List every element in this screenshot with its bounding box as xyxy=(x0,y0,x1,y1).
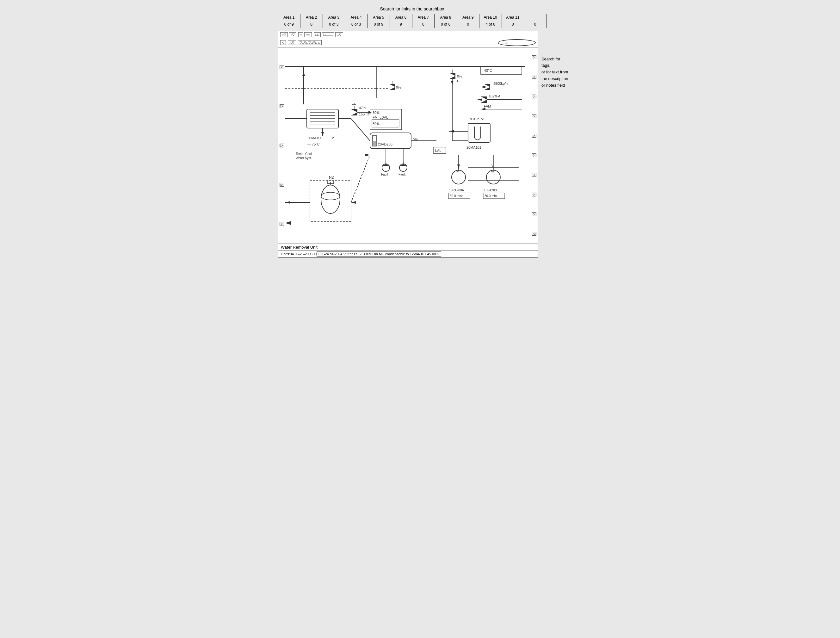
nav-right-6[interactable]: ▷ xyxy=(532,153,536,157)
nav-left-3[interactable]: ▷ xyxy=(279,144,284,147)
label-20ma101: 20MA101 xyxy=(466,145,482,149)
search-hint-top: Search for links in the searchbox xyxy=(278,6,546,11)
area-label-11[interactable] xyxy=(524,14,546,21)
label-m-pump1: M xyxy=(456,169,459,173)
area-label-0[interactable]: Area 1 xyxy=(278,14,300,21)
toolbar-row2: ◁ △▽ ▽□▽□▽□▽□ □ □▽ xyxy=(278,38,538,47)
area-value-0[interactable]: 0 of 9 xyxy=(278,21,300,28)
nav-right-5[interactable]: ▷ xyxy=(532,134,536,137)
svg-marker-51 xyxy=(481,108,485,111)
label-75c: — 75°C xyxy=(308,142,320,146)
label-30mhz-2: 30.0 mhz xyxy=(485,194,497,198)
area-label-8[interactable]: Area 9 xyxy=(457,14,480,21)
svg-marker-64 xyxy=(491,164,493,169)
tb-btn-squares-1[interactable]: □□ xyxy=(314,32,321,37)
tb-up-down[interactable]: △▽ xyxy=(288,40,296,45)
svg-marker-17 xyxy=(389,87,395,90)
area-value-6[interactable]: 0 xyxy=(412,21,434,28)
area-value-7[interactable]: 0 of 6 xyxy=(434,21,457,28)
diagram-canvas: ◁ ▷ ▷ ▷ ◁ ▷ ▷ ▷ ▷ ▷ ▷ ▷ ▷ ▷ ◁ xyxy=(278,47,538,243)
title-bar: Water Removal Unit xyxy=(278,243,538,251)
area-value-4[interactable]: 0 of 9 xyxy=(368,21,390,28)
label-temp-cool-2: Water Syst. xyxy=(296,156,312,160)
search-oval-input[interactable]: □▽ xyxy=(498,39,536,46)
label-102pct: 102% xyxy=(489,94,497,98)
svg-marker-2 xyxy=(302,71,305,76)
area-label-4[interactable]: Area 5 xyxy=(368,14,390,21)
nav-right-1[interactable]: ▷ xyxy=(532,55,536,59)
tb-btn-square-down[interactable]: □▽ xyxy=(335,32,343,37)
tb-btn-squares-2[interactable]: □□□□□ xyxy=(322,32,334,37)
nav-right-7[interactable]: ▷ xyxy=(532,173,536,177)
label-pa2005: 13PA2005 xyxy=(484,188,499,192)
svg-marker-71 xyxy=(285,201,291,204)
area-value-9[interactable]: 4 of 6 xyxy=(479,21,502,28)
status-message: □ 1-24 oz-2904 ????? PS 2511091 hh MC co… xyxy=(317,251,441,256)
toolbar-row1: ○▽ ○▽ ○ ○△ □□ □□□□□ □▽ xyxy=(278,31,538,38)
tb-dropdown-main[interactable]: ▽□▽□▽□▽□ □ xyxy=(298,40,322,45)
svg-line-29 xyxy=(351,118,370,141)
label-fam: FAM xyxy=(484,104,491,108)
area-value-5[interactable]: 9 xyxy=(390,21,412,28)
svg-marker-16 xyxy=(389,84,395,87)
svg-marker-44 xyxy=(481,86,485,88)
area-value-11[interactable]: 0 xyxy=(524,21,546,28)
right-hint: Search for tags,or for text fromthe desc… xyxy=(542,31,570,89)
label-30mhz-1: 30.0 mhz xyxy=(450,194,463,198)
search-oval-placeholder: □▽ xyxy=(505,41,508,44)
tb-btn-circle-up[interactable]: ○△ xyxy=(304,32,312,37)
svg-point-67 xyxy=(321,192,340,200)
nav-right-9[interactable]: ▷ xyxy=(532,212,536,216)
status-square-icon: □ xyxy=(314,252,317,256)
tb-left-arrow[interactable]: ◁ xyxy=(280,40,286,45)
svg-marker-62 xyxy=(457,164,460,169)
svg-line-72 xyxy=(351,155,370,202)
nav-right-bottom[interactable]: ◁ xyxy=(532,232,536,236)
area-value-10[interactable]: 0 xyxy=(502,21,524,28)
svg-marker-85 xyxy=(285,221,291,225)
nav-left-5[interactable]: ◁ xyxy=(279,222,284,226)
tb-btn-circle-down-1[interactable]: ○▽ xyxy=(280,32,288,37)
area-label-9[interactable]: Area 10 xyxy=(479,14,502,21)
area-value-2[interactable]: 0 of 3 xyxy=(322,21,345,28)
area-label-2[interactable]: Area 3 xyxy=(322,14,345,21)
area-label-5[interactable]: Area 6 xyxy=(390,14,412,21)
diagram-outer: ○▽ ○▽ ○ ○△ □□ □□□□□ □▽ ◁ △▽ ▽□▽□▽□▽□ □ xyxy=(278,31,538,258)
label-9500kgh: 9500kg/h xyxy=(493,82,508,85)
area-value-8[interactable]: 0 xyxy=(457,21,480,28)
label-fm: FM xyxy=(373,115,377,119)
status-msg-text: □ 1-24 oz-2904 ????? PS 2511091 hh MC co… xyxy=(319,252,439,256)
label-valve-top-right-pct: 0% xyxy=(457,74,462,78)
label-47pct: 47% xyxy=(359,106,366,110)
toolbar-group-3: □□ □□□□□ □▽ xyxy=(314,32,343,37)
nav-left-1[interactable]: ◁ xyxy=(279,65,284,69)
svg-marker-19 xyxy=(351,109,357,112)
label-fault1: Fault xyxy=(381,173,388,176)
area-value-1[interactable]: 0 xyxy=(300,21,322,28)
nav-left-2[interactable]: ▷ xyxy=(279,104,284,108)
label-vd200: 20VD200 xyxy=(378,142,393,146)
status-left: 11:29:04 05-26-2005 □ xyxy=(280,252,317,256)
area-label-1[interactable]: Area 2 xyxy=(300,14,322,21)
area-label-3[interactable]: Area 4 xyxy=(345,14,368,21)
main-layout: ○▽ ○▽ ○ ○△ □□ □□□□□ □▽ ◁ △▽ ▽□▽□▽□▽□ □ xyxy=(278,31,570,258)
nav-right-4[interactable]: ▷ xyxy=(532,114,536,118)
toolbar-group-2: ○ ○△ xyxy=(298,32,312,37)
status-bar: 11:29:04 05-26-2005 □ □ 1-24 oz-2904 ???… xyxy=(278,251,538,257)
area-value-3[interactable]: 0 of 3 xyxy=(345,21,368,28)
tb-btn-circle[interactable]: ○ xyxy=(298,32,303,37)
area-label-10[interactable]: Area 11 xyxy=(502,14,524,21)
label-m-ma100: M xyxy=(332,136,334,140)
tb-btn-circle-down-2[interactable]: ○▽ xyxy=(289,32,296,37)
nav-right-2[interactable]: ▷ xyxy=(532,75,536,79)
area-label-7[interactable]: Area 8 xyxy=(434,14,457,21)
svg-marker-20 xyxy=(351,112,357,115)
toolbar-group-1: ○▽ ○▽ xyxy=(280,32,296,37)
label-fault2: Fault xyxy=(398,173,406,176)
label-40c: 40°C xyxy=(484,68,493,73)
nav-left-4[interactable]: ▷ xyxy=(279,183,284,186)
area-label-6[interactable]: Area 7 xyxy=(412,14,434,21)
nav-right-3[interactable]: ▷ xyxy=(532,95,536,98)
nav-right-8[interactable]: ▷ xyxy=(532,193,536,196)
label-ldal: LDAL xyxy=(379,115,388,119)
